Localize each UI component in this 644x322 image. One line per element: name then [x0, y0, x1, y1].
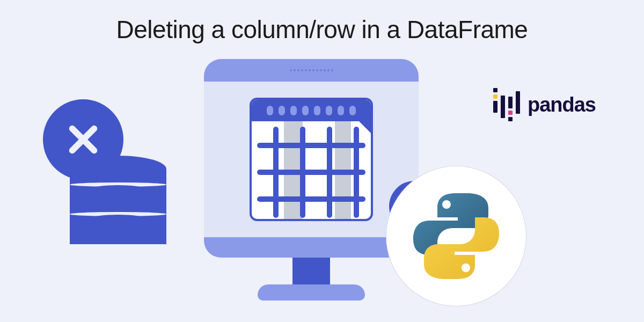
python-badge [386, 166, 526, 306]
svg-point-0 [442, 200, 451, 209]
close-icon [43, 99, 123, 180]
pandas-bars-icon [493, 86, 520, 123]
svg-point-1 [462, 264, 470, 272]
page-title: Deleting a column/row in a DataFrame [0, 15, 644, 44]
monitor-icon [204, 59, 419, 301]
python-logo-icon [411, 191, 502, 282]
spreadsheet-icon [250, 98, 373, 221]
database-delete-icon [70, 156, 166, 252]
pandas-logo: pandas [493, 86, 596, 123]
pandas-text: pandas [528, 93, 596, 116]
